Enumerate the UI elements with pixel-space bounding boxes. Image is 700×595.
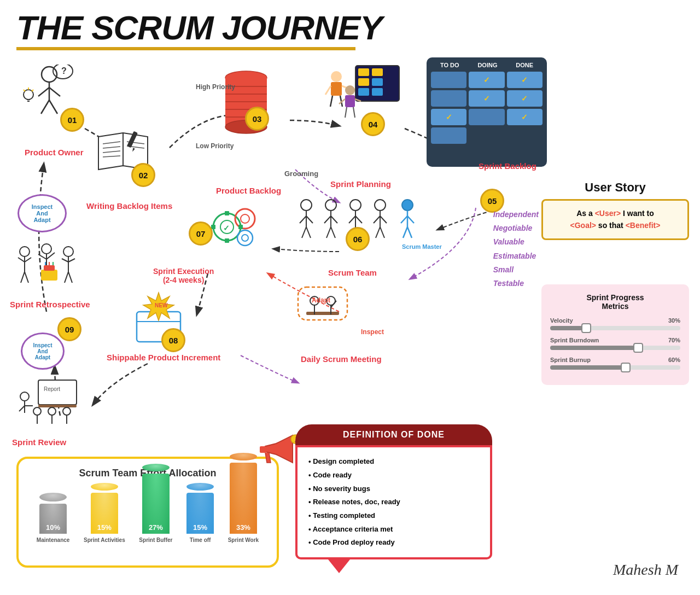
svg-line-12 — [32, 90, 33, 91]
title-underline — [16, 47, 355, 50]
svg-text:Report: Report — [44, 386, 60, 392]
product-backlog-label: Product Backlog — [216, 186, 281, 195]
dod-item-3: • No severity bugs — [308, 482, 479, 496]
bar-sprint-work-bar: 33% — [230, 463, 257, 534]
bar-sprint-work-top — [230, 453, 257, 460]
metric-burndown-value: 70% — [668, 337, 680, 343]
metrics-title: Sprint ProgressMetrics — [550, 293, 680, 311]
daily-scrum-label: Daily Scrum Meeting — [301, 354, 382, 364]
main-title: THE SCRUM JOURNEY — [16, 11, 684, 50]
bar-sprint-work: 33% Sprint Work — [228, 463, 259, 543]
dod-body: • Design completed • Code ready • No sev… — [295, 445, 492, 559]
page-container: THE SCRUM JOURNEY — [0, 0, 700, 595]
high-priority-label: High Priority — [196, 83, 235, 91]
todo-card-1 — [431, 72, 466, 88]
title-text: THE SCRUM JOURNEY — [16, 11, 684, 45]
svg-point-62 — [350, 200, 361, 211]
badge-02: 02 — [131, 163, 155, 187]
bar-sprint-buffer-label: Sprint Buffer — [139, 537, 172, 543]
svg-text:?: ? — [61, 66, 67, 75]
metric-velocity-thumb[interactable] — [581, 323, 591, 333]
svg-rect-39 — [331, 82, 342, 96]
metric-burndown-thumb[interactable] — [633, 343, 643, 353]
shippable-label: Shippable Product Increment — [107, 353, 220, 362]
metric-velocity-slider[interactable] — [550, 326, 680, 330]
inspect-adapt-top-text: InspectAndAdapt — [26, 203, 59, 223]
metric-burnup-slider[interactable] — [550, 365, 680, 370]
inspect-adapt-bottom: InspectAndAdapt — [21, 332, 65, 370]
sprint-exec-label: Sprint Execution(2-4 weeks) — [153, 267, 214, 284]
metric-velocity-labels: Velocity 30% — [550, 317, 680, 324]
svg-line-118 — [65, 272, 68, 283]
svg-rect-127 — [38, 405, 77, 407]
bar-sprint-buffer-top — [142, 464, 170, 471]
svg-line-101 — [331, 301, 336, 307]
dod-item-2: • Code ready — [308, 469, 479, 482]
metric-burnup-fill — [550, 365, 628, 370]
svg-point-132 — [33, 407, 41, 415]
bar-sprint-activities-pct: 15% — [97, 523, 112, 532]
metric-burndown-slider[interactable] — [550, 346, 680, 350]
bar-sprint-buffer: 27% Sprint Buffer — [139, 474, 172, 543]
svg-line-104 — [18, 258, 25, 262]
svg-line-54 — [302, 227, 306, 238]
svg-line-55 — [306, 227, 311, 238]
bar-sprint-buffer-bar: 27% — [142, 474, 170, 534]
bar-sprint-buffer-pct: 27% — [149, 523, 163, 532]
user-story-middle: I want to — [621, 209, 654, 218]
svg-point-44 — [345, 85, 355, 95]
sprint-review-label: Sprint Review — [12, 438, 66, 447]
svg-line-65 — [355, 216, 362, 223]
bar-time-off: 15% Time off — [186, 493, 214, 543]
megaphone-icon: 🔔 — [257, 433, 301, 479]
user-story-box: As a <User> I want to <Goal> so that <Be… — [541, 199, 689, 240]
bar-time-off-bar: 15% — [186, 493, 214, 534]
svg-rect-138 — [260, 446, 266, 453]
bar-time-off-label: Time off — [190, 537, 211, 543]
svg-line-48 — [345, 107, 347, 118]
svg-rect-36 — [358, 88, 369, 96]
invest-estimatable: Estimatable — [493, 249, 539, 263]
invest-valuable: Valuable — [493, 235, 539, 249]
doing-card-3 — [469, 109, 504, 125]
svg-line-3 — [49, 88, 60, 96]
bar-maintenance-top — [39, 493, 67, 501]
bar-sprint-top — [91, 483, 118, 491]
metric-velocity-value: 30% — [668, 317, 680, 324]
svg-rect-34 — [358, 78, 369, 86]
inspect-adapt-bottom-text: InspectAndAdapt — [29, 342, 56, 360]
board-col-doing: Doing — [477, 62, 497, 68]
bar-time-off-top — [186, 483, 214, 491]
svg-text:✓: ✓ — [223, 224, 230, 232]
svg-line-79 — [407, 227, 412, 238]
metric-burndown: Sprint Burndown 70% — [550, 337, 680, 350]
badge-04: 04 — [361, 112, 385, 136]
board-header: To Do Doing Done — [431, 62, 542, 68]
svg-rect-125 — [38, 380, 77, 405]
todo-card-4 — [431, 127, 466, 144]
svg-line-116 — [62, 259, 68, 262]
svg-point-85 — [237, 230, 253, 246]
svg-rect-90 — [238, 225, 243, 229]
svg-line-70 — [374, 216, 380, 223]
bar-sprint-activities-bar: 15% — [91, 493, 118, 534]
chart-area: 10% Maintenance 15% Sprint Activities 27… — [30, 486, 266, 557]
svg-point-102 — [20, 247, 30, 256]
metric-burnup-thumb[interactable] — [621, 363, 631, 372]
metric-burndown-labels: Sprint Burndown 70% — [550, 337, 680, 343]
sprint-review-icon: Report — [11, 377, 93, 429]
dod-item-6: • Acceptance criteria met — [308, 523, 479, 536]
dod-item-5: • Testing completed — [308, 509, 479, 523]
svg-rect-45 — [345, 95, 355, 107]
board-col-done: Done — [516, 62, 533, 68]
svg-point-74 — [402, 200, 413, 211]
metric-burnup: Sprint Burnup 60% — [550, 357, 680, 370]
invest-negotiable: Negotiable — [493, 221, 539, 235]
bar-maintenance-bar: 10% — [39, 504, 67, 534]
dod-header: DEFINITION OF DONE — [295, 424, 492, 445]
signature: Mahesh M — [613, 561, 678, 579]
board-cols — [431, 72, 542, 154]
svg-rect-96 — [306, 312, 339, 315]
board-col-todo-cards — [431, 72, 466, 154]
product-owner-label: Product Owner — [25, 148, 84, 157]
